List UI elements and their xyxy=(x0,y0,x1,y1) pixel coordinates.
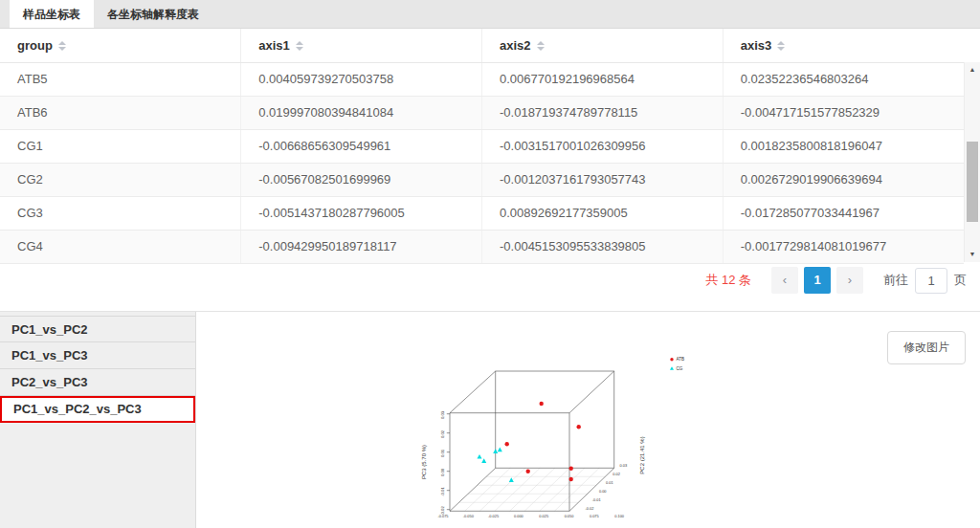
pca-3d-scatter-plot: 0.030.020.010.00-0.01-0.02-0.075-0.050-0… xyxy=(412,345,699,528)
edit-image-button[interactable]: 修改图片 xyxy=(887,331,966,364)
data-point-CG xyxy=(509,477,514,482)
column-label: axis2 xyxy=(500,38,531,53)
column-label: axis1 xyxy=(258,38,290,53)
plot-list-item[interactable]: PC1_vs_PC2_vs_PC3 xyxy=(0,396,195,423)
data-point-ATB xyxy=(540,402,544,406)
table-row: CG4-0.009429950189718117-0.0045153095533… xyxy=(0,230,964,263)
column-label: group xyxy=(17,38,53,53)
jump-suffix-label: 页 xyxy=(954,272,967,289)
svg-text:0.050: 0.050 xyxy=(565,514,575,518)
data-point-ATB xyxy=(577,425,581,429)
cell-group: ATB5 xyxy=(0,62,241,96)
svg-text:0.00: 0.00 xyxy=(599,489,607,494)
svg-text:0.075: 0.075 xyxy=(590,514,599,518)
svg-text:0.03: 0.03 xyxy=(620,463,628,468)
cell-axis3: 0.02352236546803264 xyxy=(723,62,964,96)
sample-coordinate-table-area: groupaxis1axis2axis3 ATB50.0040597392705… xyxy=(0,29,980,264)
legend-CG-icon xyxy=(670,366,674,369)
cell-axis3: 0.0026729019906639694 xyxy=(723,163,964,196)
data-point-CG xyxy=(498,448,502,452)
svg-text:0.025: 0.025 xyxy=(539,514,548,518)
svg-text:0.02: 0.02 xyxy=(440,429,445,438)
cell-group: CG2 xyxy=(0,163,241,196)
svg-text:0.03: 0.03 xyxy=(440,410,445,419)
prev-page-button[interactable]: ‹ xyxy=(771,267,798,294)
plot-list-item[interactable]: PC2_vs_PC3 xyxy=(0,369,195,396)
data-point-CG xyxy=(478,454,482,459)
cell-group: CG1 xyxy=(0,129,241,163)
svg-text:0.00: 0.00 xyxy=(440,468,445,476)
cell-axis1: 0.019997080394841084 xyxy=(241,96,482,129)
cell-group: CG3 xyxy=(0,196,241,230)
data-point-ATB xyxy=(569,477,573,481)
cell-axis1: -0.009429950189718117 xyxy=(241,230,482,263)
cell-axis2: -0.0012037161793057743 xyxy=(482,163,724,196)
svg-text:0.01: 0.01 xyxy=(606,480,613,485)
scroll-up-icon[interactable]: ▲ xyxy=(965,62,980,77)
cell-axis2: -0.0031517001026309956 xyxy=(482,129,724,163)
table-row: CG3-0.00514371802877960050.0089269217735… xyxy=(0,196,964,230)
tab-sample-coordinates[interactable]: 样品坐标表 xyxy=(10,0,94,28)
pagination-bar: 共 12 条 ‹ 1 › 前往 页 xyxy=(0,264,980,297)
svg-text:-0.025: -0.025 xyxy=(488,514,499,518)
table-row: CG1-0.00668656309549961-0.00315170010263… xyxy=(0,129,964,163)
z-axis-label: PC3 (5.70 %) xyxy=(421,445,427,479)
sort-icon[interactable] xyxy=(537,41,545,51)
cell-axis1: 0.004059739270503758 xyxy=(241,62,482,96)
legend-ATB-icon xyxy=(670,358,673,361)
legend-label: ATB xyxy=(677,357,685,362)
legend-label: CG xyxy=(677,366,683,371)
data-point-CG xyxy=(481,458,486,463)
cell-axis3: -0.004717151577852329 xyxy=(723,96,964,129)
svg-text:0.01: 0.01 xyxy=(440,449,445,457)
page-jump-input[interactable] xyxy=(915,268,947,294)
sort-icon[interactable] xyxy=(777,41,785,51)
plot-list-item[interactable]: PC1_vs_PC2 xyxy=(0,316,195,342)
scroll-down-icon[interactable]: ▼ xyxy=(965,247,980,262)
jump-prefix-label: 前往 xyxy=(883,272,908,289)
cell-axis1: -0.0051437180287796005 xyxy=(241,196,482,230)
data-point-ATB xyxy=(569,467,573,471)
sort-icon[interactable] xyxy=(58,41,66,51)
column-header-group[interactable]: group xyxy=(0,29,241,62)
sample-coordinate-table: groupaxis1axis2axis3 ATB50.0040597392705… xyxy=(0,29,964,264)
chart-panel: 修改图片 0.030.020.010.00-0.01-0.02-0.075-0.… xyxy=(196,312,980,528)
plot-list-item[interactable]: PC1_vs_PC3 xyxy=(0,342,195,369)
table-row: ATB50.0040597392705037580.00677019219696… xyxy=(0,62,964,96)
cell-axis2: 0.00892692177359005 xyxy=(482,196,724,230)
scrollbar-thumb[interactable] xyxy=(967,142,978,222)
table-header-row: groupaxis1axis2axis3 xyxy=(0,29,964,62)
cell-axis3: -0.017285077033441967 xyxy=(723,196,964,230)
data-point-ATB xyxy=(526,470,530,473)
cell-axis2: -0.0045153095533839805 xyxy=(482,230,724,263)
tab-bar: 样品坐标表 各坐标轴解释度表 xyxy=(0,0,980,29)
next-page-button[interactable]: › xyxy=(836,267,863,294)
y-axis-label: PC2 (21.41 %) xyxy=(639,436,645,473)
cell-axis2: 0.006770192196968564 xyxy=(482,62,724,96)
svg-text:0.000: 0.000 xyxy=(514,514,524,518)
cell-axis1: -0.00668656309549961 xyxy=(241,129,482,163)
column-label: axis3 xyxy=(741,38,772,53)
total-count: 共 12 条 xyxy=(705,272,751,289)
svg-text:-0.02: -0.02 xyxy=(586,506,594,511)
cell-axis3: -0.0017729814081019677 xyxy=(723,230,964,263)
table-row: ATB60.019997080394841084-0.0187193747897… xyxy=(0,96,964,129)
data-point-ATB xyxy=(505,442,509,446)
sort-icon[interactable] xyxy=(296,41,303,51)
svg-text:-0.075: -0.075 xyxy=(437,514,448,518)
data-point-CG xyxy=(493,449,498,453)
column-header-axis1[interactable]: axis1 xyxy=(241,29,482,62)
svg-text:-0.01: -0.01 xyxy=(440,487,445,496)
page-1-button[interactable]: 1 xyxy=(804,267,831,294)
svg-text:0.02: 0.02 xyxy=(612,472,620,476)
cell-group: CG4 xyxy=(0,230,241,263)
plot-section: PC1_vs_PC2PC1_vs_PC3PC2_vs_PC3PC1_vs_PC2… xyxy=(0,311,980,528)
svg-text:-0.01: -0.01 xyxy=(592,497,601,502)
column-header-axis2[interactable]: axis2 xyxy=(482,29,724,62)
plot-selector-list: PC1_vs_PC2PC1_vs_PC3PC2_vs_PC3PC1_vs_PC2… xyxy=(0,312,196,528)
svg-text:-0.050: -0.050 xyxy=(463,514,475,518)
tab-axis-explanation[interactable]: 各坐标轴解释度表 xyxy=(94,0,212,28)
table-scrollbar[interactable]: ▲ ▼ xyxy=(964,62,980,262)
column-header-axis3[interactable]: axis3 xyxy=(723,29,964,62)
svg-text:0.100: 0.100 xyxy=(614,514,625,518)
